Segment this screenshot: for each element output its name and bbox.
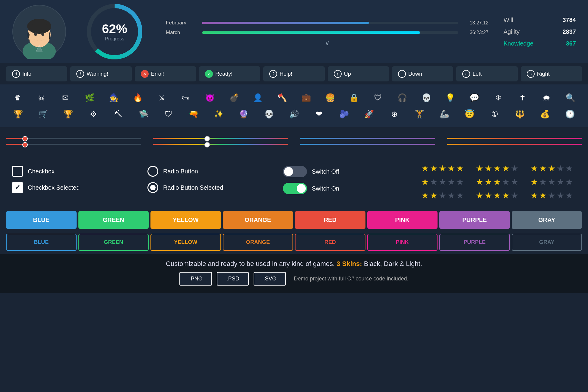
star-49[interactable]: ★: [557, 177, 564, 187]
icon-rocket[interactable]: 🚀: [362, 106, 377, 122]
nav-btn-info[interactable]: ℹ Info: [6, 66, 67, 81]
star-30[interactable]: ★: [511, 177, 518, 187]
switch-off[interactable]: [283, 166, 307, 177]
star-14[interactable]: ★: [447, 191, 455, 201]
icon-axe[interactable]: 🪓: [274, 90, 289, 105]
icon-fire[interactable]: 🔥: [130, 90, 145, 105]
star-15[interactable]: ★: [456, 191, 464, 201]
icon-bulb[interactable]: 💡: [443, 90, 458, 105]
star-21[interactable]: ★: [476, 163, 483, 173]
star-6[interactable]: ★: [421, 177, 429, 187]
star-47[interactable]: ★: [539, 177, 547, 187]
color-btn-red-filled[interactable]: RED: [295, 211, 365, 229]
slider-5[interactable]: [6, 144, 141, 145]
icon-swords[interactable]: ⚔: [154, 90, 169, 105]
slider-6[interactable]: [153, 144, 288, 145]
nav-btn-right[interactable]: → Right: [521, 66, 582, 81]
star-23[interactable]: ★: [493, 163, 501, 173]
icon-number1[interactable]: ①: [487, 106, 502, 122]
star-4[interactable]: ★: [447, 163, 455, 173]
color-btn-pink-outline[interactable]: PINK: [367, 234, 438, 251]
slider-8[interactable]: [447, 144, 582, 145]
icon-wizard[interactable]: 🧙: [106, 90, 121, 105]
star-12[interactable]: ★: [430, 191, 438, 201]
star-13[interactable]: ★: [439, 191, 446, 201]
icon-clock[interactable]: 🕐: [562, 106, 577, 122]
color-btn-blue-filled[interactable]: BLUE: [6, 211, 77, 229]
radio-unselected[interactable]: [147, 166, 158, 177]
color-btn-pink-filled[interactable]: PINK: [367, 211, 438, 229]
color-btn-orange-outline[interactable]: ORANGE: [223, 234, 293, 251]
star-24[interactable]: ★: [502, 163, 510, 173]
star-50[interactable]: ★: [565, 177, 573, 187]
star-2[interactable]: ★: [430, 163, 438, 173]
icon-skull2[interactable]: 💀: [419, 90, 434, 105]
icon-search[interactable]: 🔍: [563, 90, 578, 105]
icon-legs[interactable]: 🦾: [437, 106, 452, 122]
color-btn-gray-filled[interactable]: GRAY: [512, 211, 582, 229]
star-55[interactable]: ★: [565, 191, 573, 201]
star-1[interactable]: ★: [421, 163, 429, 173]
star-29[interactable]: ★: [502, 177, 510, 187]
star-10[interactable]: ★: [456, 177, 464, 187]
star-33[interactable]: ★: [493, 191, 501, 201]
icon-cross[interactable]: ✝: [515, 90, 530, 105]
icon-person[interactable]: 👤: [250, 90, 265, 105]
star-22[interactable]: ★: [485, 163, 492, 173]
slider-2[interactable]: [153, 138, 288, 139]
star-46[interactable]: ★: [530, 177, 538, 187]
color-btn-blue-outline[interactable]: BLUE: [6, 234, 77, 251]
slider-1[interactable]: [6, 138, 141, 139]
icon-speaker[interactable]: 🔊: [286, 106, 302, 122]
icon-angel[interactable]: 😇: [462, 106, 477, 122]
icon-brain[interactable]: 🫐: [337, 106, 352, 122]
icon-gun[interactable]: 🔫: [186, 106, 201, 122]
icon-mail[interactable]: ✉: [58, 90, 73, 105]
color-btn-orange-filled[interactable]: ORANGE: [223, 211, 293, 229]
icon-skull[interactable]: ☠: [34, 90, 49, 105]
footer-btn-png[interactable]: .PNG: [179, 272, 212, 286]
color-btn-green-outline[interactable]: GREEN: [78, 234, 149, 251]
nav-btn-up[interactable]: ↑ Up: [328, 66, 389, 81]
icon-target[interactable]: ⊕: [387, 106, 402, 122]
color-btn-gray-outline[interactable]: GRAY: [512, 234, 582, 251]
icon-burger[interactable]: 🍔: [323, 90, 338, 105]
checkbox-unchecked[interactable]: [12, 166, 23, 177]
star-28[interactable]: ★: [493, 177, 501, 187]
star-5[interactable]: ★: [456, 163, 464, 173]
chevron-area[interactable]: ∨: [166, 39, 488, 47]
slider-3[interactable]: [300, 138, 435, 139]
chevron-down-icon[interactable]: ∨: [325, 39, 330, 47]
star-48[interactable]: ★: [548, 177, 555, 187]
star-53[interactable]: ★: [548, 191, 555, 201]
icon-cup[interactable]: 🏆: [61, 106, 76, 122]
star-26[interactable]: ★: [476, 177, 483, 187]
icon-shield[interactable]: 🛡: [161, 106, 176, 122]
icon-lock[interactable]: 🔒: [346, 90, 362, 105]
star-32[interactable]: ★: [485, 191, 492, 201]
star-8[interactable]: ★: [439, 177, 446, 187]
star-31[interactable]: ★: [476, 191, 483, 201]
icon-ufo[interactable]: 🛸: [136, 106, 151, 122]
icon-sparkles[interactable]: ✨: [211, 106, 226, 122]
icon-snowflake[interactable]: ❄: [491, 90, 506, 105]
icon-dumbbell[interactable]: 🏋: [412, 106, 427, 122]
icon-wand[interactable]: 🔮: [236, 106, 251, 122]
icon-demon[interactable]: 😈: [202, 90, 217, 105]
icon-headphones[interactable]: 🎧: [395, 90, 410, 105]
nav-btn-error[interactable]: ✕ Error!: [135, 66, 196, 81]
star-52[interactable]: ★: [539, 191, 547, 201]
icon-cart[interactable]: 🛒: [36, 106, 51, 122]
star-3[interactable]: ★: [439, 163, 446, 173]
icon-coins[interactable]: 💰: [537, 106, 552, 122]
icon-crown[interactable]: ♛: [10, 90, 25, 105]
star-51[interactable]: ★: [530, 191, 538, 201]
checkbox-checked[interactable]: ✓: [12, 182, 23, 193]
star-44[interactable]: ★: [557, 163, 564, 173]
icon-rain[interactable]: 🌧: [539, 90, 554, 105]
icon-gear[interactable]: ⚙: [86, 106, 101, 122]
nav-btn-left[interactable]: ← Left: [456, 66, 517, 81]
icon-key[interactable]: 🗝: [178, 90, 193, 105]
star-25[interactable]: ★: [511, 163, 518, 173]
star-54[interactable]: ★: [557, 191, 564, 201]
